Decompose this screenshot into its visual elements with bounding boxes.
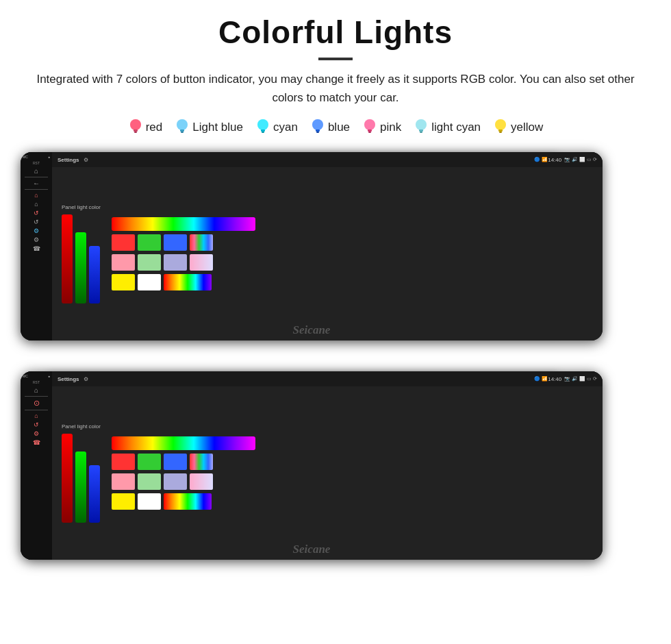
panel-label-bottom: Panel light color bbox=[62, 423, 101, 430]
svg-point-1 bbox=[130, 119, 141, 130]
svg-point-25 bbox=[495, 119, 506, 130]
svg-rect-11 bbox=[262, 132, 264, 133]
bulb-icon-cyan bbox=[255, 118, 270, 137]
color-item-lightcyan: light cyan bbox=[414, 118, 481, 137]
svg-rect-26 bbox=[498, 129, 503, 132]
color-item-yellow: yellow bbox=[493, 118, 543, 137]
color-label-pink: pink bbox=[380, 121, 401, 134]
settings-label-top: Settings bbox=[58, 157, 79, 163]
svg-rect-18 bbox=[368, 129, 372, 132]
color-label-yellow: yellow bbox=[511, 121, 543, 134]
svg-point-5 bbox=[177, 119, 188, 130]
svg-rect-23 bbox=[420, 132, 422, 133]
svg-rect-19 bbox=[368, 132, 371, 133]
color-item-cyan: cyan bbox=[255, 118, 298, 137]
panel-label-top: Panel light color bbox=[62, 204, 101, 210]
bulb-icon-blue bbox=[310, 118, 325, 137]
bulb-icon-lightcyan bbox=[414, 118, 429, 137]
bulb-icon-red bbox=[128, 118, 143, 137]
svg-rect-6 bbox=[180, 129, 184, 132]
svg-rect-14 bbox=[316, 129, 320, 132]
svg-rect-15 bbox=[316, 132, 319, 133]
bulb-icon-yellow bbox=[493, 118, 508, 137]
color-indicators: red Light blue cyan bbox=[21, 118, 650, 137]
color-label-red: red bbox=[146, 121, 163, 134]
svg-rect-3 bbox=[134, 132, 137, 133]
color-label-cyan: cyan bbox=[273, 121, 298, 134]
color-label-lightcyan: light cyan bbox=[431, 121, 481, 134]
screen-front-bottom: MC ● RST ⌂ ⊙ ⌂ ↺ ⚙ ☎ Set bbox=[21, 371, 603, 560]
color-label-blue: blue bbox=[328, 121, 350, 134]
description-text: Integrated with 7 colors of button indic… bbox=[34, 70, 637, 107]
svg-point-21 bbox=[416, 119, 427, 130]
color-item-red: red bbox=[128, 118, 163, 137]
svg-rect-27 bbox=[499, 132, 502, 133]
svg-point-17 bbox=[364, 119, 375, 130]
color-item-pink: pink bbox=[362, 118, 401, 137]
top-screens-group: MC ● RST ⌂ ← ⌂ ↺ ⚙ ☎ bbox=[21, 152, 650, 364]
screen-front-top: MC ● RST ⌂ ← ⌂ ⌂ ↺ ↺ ⚙ ⚙ ☎ bbox=[21, 152, 603, 340]
settings-label-bottom: Settings bbox=[58, 376, 79, 382]
color-item-blue: blue bbox=[310, 118, 350, 137]
title-divider bbox=[318, 58, 353, 60]
page-container: Colorful Lights Integrated with 7 colors… bbox=[0, 0, 671, 604]
bulb-icon-pink bbox=[362, 118, 377, 137]
svg-rect-7 bbox=[181, 132, 183, 133]
svg-rect-2 bbox=[134, 129, 138, 132]
page-title: Colorful Lights bbox=[21, 14, 650, 51]
svg-point-9 bbox=[257, 119, 268, 130]
color-item-lightblue: Light blue bbox=[175, 118, 243, 137]
svg-rect-22 bbox=[419, 129, 423, 132]
bulb-icon-lightblue bbox=[175, 118, 190, 137]
color-label-lightblue: Light blue bbox=[192, 121, 243, 134]
svg-rect-10 bbox=[261, 129, 265, 132]
svg-point-13 bbox=[312, 119, 323, 130]
title-section: Colorful Lights Integrated with 7 colors… bbox=[21, 14, 650, 107]
bottom-screens-group: MC ● RST ⌂ ⊙ ⌂ ↺ ⚙ ☎ bbox=[21, 371, 650, 584]
